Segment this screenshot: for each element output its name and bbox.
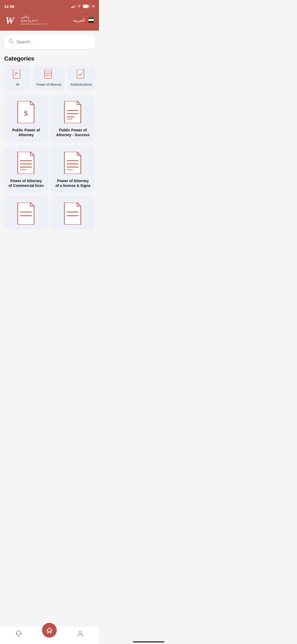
tab-all[interactable]: All — [4, 65, 31, 91]
logo: W وكالتي WAKALATY Digital Abu Dhabi Nota… — [5, 15, 48, 25]
services-grid: $ Public Power of Attorney Public Power … — [0, 95, 99, 230]
grid-card-poa-success-label: Public Power of Attorney - Success — [55, 128, 91, 137]
battery-text: 78 — [91, 4, 95, 8]
battery-icon — [83, 4, 90, 8]
wifi-icon — [77, 5, 81, 8]
grid-card-public-poa-label: Public Power of Attorney — [8, 128, 44, 137]
svg-line-14 — [12, 42, 13, 43]
grid-card-poa-license-label: Power of Attorney of a license & Signa — [55, 178, 91, 188]
grid-card-poa-commercial-icon — [16, 151, 37, 175]
uae-flag-icon — [86, 17, 94, 23]
grid-card-poa-success-icon — [62, 100, 83, 124]
language-button[interactable]: العربية — [73, 17, 94, 23]
logo-tagline: Digital Abu Dhabi Notary Service — [21, 23, 48, 25]
grid-card-row3-right[interactable] — [51, 196, 95, 230]
grid-card-row3-left[interactable] — [4, 196, 48, 230]
grid-card-poa-license[interactable]: Power of Attorney of a license & Signa — [51, 146, 95, 193]
grid-card-poa-success[interactable]: Public Power of Attorney - Success — [51, 95, 95, 142]
svg-text:W: W — [5, 15, 15, 25]
logo-icon: W — [5, 15, 18, 25]
tab-power-attorney-label: Power of Attorney — [36, 83, 62, 87]
status-bar: 12:58 78 — [0, 0, 99, 12]
tab-authentications-label: Authentications — [70, 83, 92, 87]
tab-power-attorney-icon — [43, 69, 55, 81]
search-input[interactable] — [16, 40, 91, 44]
grid-card-row3-left-icon — [16, 202, 37, 226]
svg-rect-12 — [86, 17, 88, 23]
logo-arabic: وكالتي — [21, 15, 48, 19]
status-time: 12:58 — [4, 4, 14, 9]
grid-card-public-poa-icon: $ — [16, 100, 37, 124]
grid-card-poa-commercial[interactable]: Power of Attorney of Commercial licen — [4, 146, 48, 193]
svg-rect-2 — [74, 5, 74, 8]
tab-authentications-icon — [76, 69, 87, 81]
logo-en: WAKALATY — [21, 19, 48, 23]
grid-card-row3-right-icon — [62, 202, 83, 226]
grid-card-poa-license-icon — [62, 151, 83, 175]
svg-rect-0 — [71, 7, 72, 8]
svg-text:$: $ — [24, 109, 28, 117]
svg-rect-25 — [77, 70, 84, 78]
signal-icon — [71, 5, 76, 8]
tab-all-label: All — [16, 83, 19, 87]
tab-power-attorney[interactable]: Power of Attorney — [33, 65, 65, 91]
tab-authentications[interactable]: Authentications — [67, 65, 95, 91]
grid-card-poa-commercial-label: Power of Attorney of Commercial licen — [8, 178, 44, 188]
svg-rect-6 — [89, 6, 89, 7]
status-icons: 78 — [71, 4, 95, 8]
grid-card-public-poa[interactable]: $ Public Power of Attorney — [4, 95, 48, 142]
language-label: العربية — [73, 18, 85, 23]
main-content: Categories All — [0, 35, 99, 255]
svg-rect-3 — [75, 5, 76, 8]
category-tabs: All Power of Attorney — [0, 65, 99, 95]
logo-text: وكالتي WAKALATY Digital Abu Dhabi Notary… — [21, 15, 48, 25]
search-bar[interactable] — [4, 35, 95, 49]
categories-title: Categories — [0, 53, 99, 65]
svg-rect-1 — [72, 6, 73, 8]
app-header: W وكالتي WAKALATY Digital Abu Dhabi Nota… — [0, 12, 99, 31]
tab-all-icon — [12, 69, 23, 81]
svg-rect-15 — [13, 70, 20, 78]
search-icon — [8, 39, 14, 45]
tab-mi-of[interactable]: Mi of — [98, 65, 99, 91]
svg-rect-5 — [83, 5, 88, 8]
